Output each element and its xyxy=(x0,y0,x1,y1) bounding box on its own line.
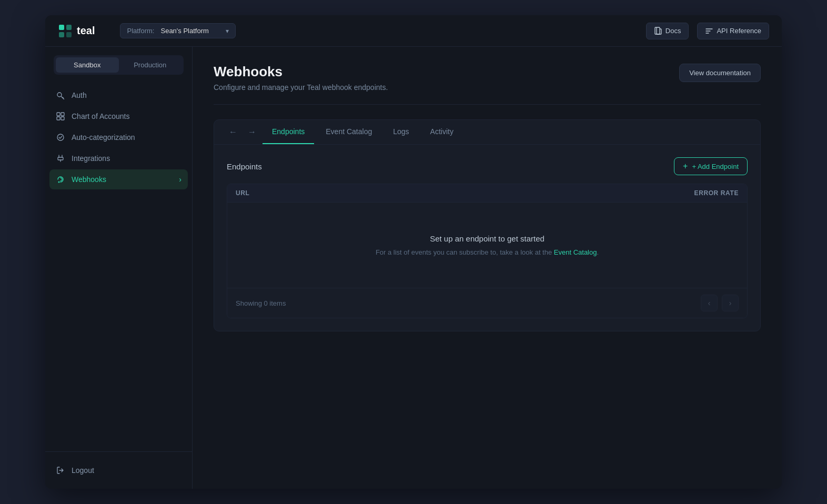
book-icon xyxy=(654,27,662,35)
svg-point-10 xyxy=(57,134,64,140)
tab-logs[interactable]: Logs xyxy=(384,120,418,144)
top-nav: teal Platform: Sean's Platform ▾ Docs AP… xyxy=(45,15,782,47)
svg-rect-4 xyxy=(655,27,660,34)
page-title: Webhooks xyxy=(214,64,388,80)
chart-icon xyxy=(56,112,65,121)
webhook-icon xyxy=(56,175,65,184)
col-url-header: URL xyxy=(236,189,249,197)
empty-title: Set up an endpoint to get started xyxy=(430,234,544,243)
table-footer: Showing 0 items ‹ › xyxy=(227,288,747,318)
event-catalog-link[interactable]: Event Catalog xyxy=(554,248,597,256)
table-header: URL ERROR RATE xyxy=(227,184,747,203)
svg-rect-7 xyxy=(61,113,64,116)
platform-value: Sean's Platform xyxy=(160,27,221,35)
pagination-next-button[interactable]: › xyxy=(722,295,739,311)
endpoints-label: Endpoints xyxy=(227,162,262,171)
svg-rect-8 xyxy=(57,117,60,120)
sidebar-item-integrations[interactable]: Integrations xyxy=(49,148,188,168)
sidebar-chart-label: Chart of Accounts xyxy=(72,112,130,120)
tab-event-catalog[interactable]: Event Catalog xyxy=(316,120,381,144)
svg-rect-1 xyxy=(66,25,72,30)
page-header: Webhooks Configure and manage your Teal … xyxy=(214,64,761,92)
platform-label: Platform: xyxy=(127,27,154,35)
sidebar-item-auth[interactable]: Auth xyxy=(49,85,188,105)
env-switcher: Sandbox Production xyxy=(54,55,184,75)
endpoints-table: URL ERROR RATE Set up an endpoint to get… xyxy=(227,184,748,318)
app-logo-text: teal xyxy=(77,25,95,37)
platform-selector[interactable]: Platform: Sean's Platform ▾ xyxy=(120,23,236,38)
sidebar-footer: Logout xyxy=(45,451,192,480)
svg-point-12 xyxy=(58,182,60,183)
sidebar-item-chart-of-accounts[interactable]: Chart of Accounts xyxy=(49,106,188,126)
sidebar-item-auto-categorization[interactable]: Auto-categorization xyxy=(49,127,188,147)
tab-activity[interactable]: Activity xyxy=(421,120,463,144)
svg-point-5 xyxy=(57,93,62,97)
showing-items-text: Showing 0 items xyxy=(236,299,286,307)
logo-area: teal xyxy=(58,24,95,38)
sidebar-webhooks-label: Webhooks xyxy=(72,175,106,184)
sidebar-auth-label: Auth xyxy=(72,91,87,99)
page-subtitle: Configure and manage your Teal webhook e… xyxy=(214,83,388,92)
api-icon xyxy=(705,27,713,35)
empty-subtitle: For a list of events you can subscribe t… xyxy=(376,248,599,256)
svg-rect-0 xyxy=(59,25,64,30)
plug-icon xyxy=(56,154,65,163)
tabs-container: ← → Endpoints Event Catalog Logs Activit… xyxy=(214,119,761,331)
table-empty-body: Set up an endpoint to get started For a … xyxy=(227,203,747,288)
add-endpoint-button[interactable]: + + Add Endpoint xyxy=(674,157,748,175)
key-icon xyxy=(56,90,65,100)
endpoints-toolbar: Endpoints + + Add Endpoint xyxy=(227,157,748,175)
sandbox-env-button[interactable]: Sandbox xyxy=(56,57,119,73)
sidebar-auto-label: Auto-categorization xyxy=(72,133,135,142)
logout-label: Logout xyxy=(72,466,94,475)
svg-rect-6 xyxy=(57,113,60,116)
svg-rect-2 xyxy=(59,32,64,37)
app-window: teal Platform: Sean's Platform ▾ Docs AP… xyxy=(45,15,782,489)
svg-rect-11 xyxy=(58,157,63,160)
page-title-group: Webhooks Configure and manage your Teal … xyxy=(214,64,388,92)
view-documentation-button[interactable]: View documentation xyxy=(679,64,761,82)
tabs-body: Endpoints + + Add Endpoint URL ERROR RAT… xyxy=(214,145,760,331)
sidebar-nav: Auth Chart of Accounts xyxy=(45,85,192,451)
sidebar-item-webhooks[interactable]: Webhooks › xyxy=(49,169,188,189)
chevron-down-icon: ▾ xyxy=(226,27,229,35)
col-error-header: ERROR RATE xyxy=(694,189,739,197)
sidebar-integrations-label: Integrations xyxy=(72,154,110,163)
header-divider xyxy=(214,104,761,105)
auto-icon xyxy=(56,133,65,142)
tab-forward-button[interactable]: → xyxy=(244,120,260,144)
pagination-controls: ‹ › xyxy=(701,295,739,311)
logout-icon xyxy=(56,466,65,475)
logout-button[interactable]: Logout xyxy=(49,460,188,480)
tabs-header: ← → Endpoints Event Catalog Logs Activit… xyxy=(214,120,760,145)
main-layout: Sandbox Production Auth xyxy=(45,47,782,489)
tab-back-button[interactable]: ← xyxy=(225,120,241,144)
plus-icon: + xyxy=(683,162,688,170)
docs-label: Docs xyxy=(665,27,681,35)
production-env-button[interactable]: Production xyxy=(119,57,182,73)
docs-button[interactable]: Docs xyxy=(646,23,689,39)
svg-rect-3 xyxy=(66,32,72,37)
pagination-prev-button[interactable]: ‹ xyxy=(701,295,718,311)
sidebar: Sandbox Production Auth xyxy=(45,47,193,489)
api-ref-label: API Reference xyxy=(717,27,761,35)
teal-logo-icon xyxy=(58,24,73,38)
api-reference-button[interactable]: API Reference xyxy=(697,23,769,39)
svg-rect-9 xyxy=(61,117,64,120)
active-chevron-icon: › xyxy=(179,175,181,184)
tab-endpoints[interactable]: Endpoints xyxy=(263,120,314,144)
content-area: Webhooks Configure and manage your Teal … xyxy=(193,47,782,489)
